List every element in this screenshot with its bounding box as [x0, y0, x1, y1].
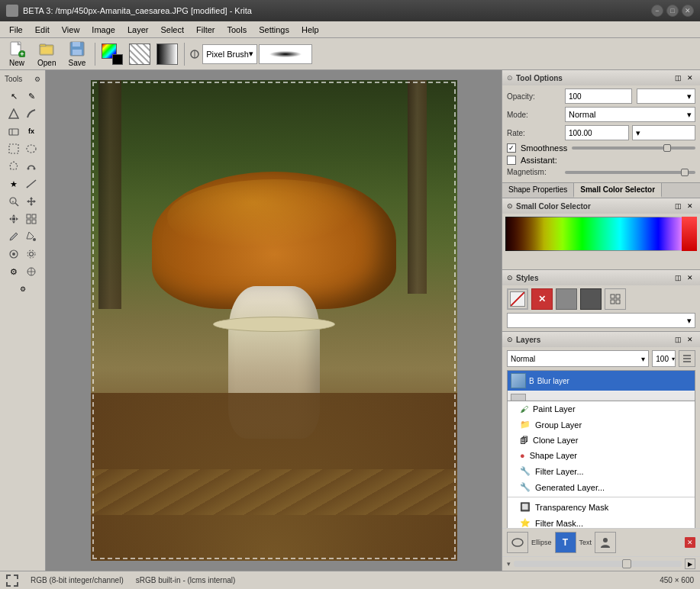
menu-layer[interactable]: Layer [121, 24, 155, 36]
open-button[interactable]: Open [32, 38, 61, 69]
pattern-button[interactable] [127, 41, 153, 67]
menu-settings[interactable]: Settings [253, 24, 295, 36]
opacity-dropdown[interactable]: ▾ [637, 89, 696, 104]
layer-type-trans-mask[interactable]: 🔲 Transparency Mask [508, 499, 695, 515]
tab-color-selector[interactable]: Small Color Selector [574, 183, 662, 198]
smoothness-slider[interactable] [572, 146, 695, 150]
style-dropdown[interactable]: ▾ [507, 313, 695, 328]
ellipse-select-btn[interactable] [23, 140, 40, 157]
layer-delete-btn[interactable]: ✕ [685, 537, 695, 548]
menu-file[interactable]: File [3, 24, 29, 36]
menu-image[interactable]: Image [85, 24, 121, 36]
save-button[interactable]: Save [63, 38, 91, 69]
layer-blur[interactable]: B Blur layer [508, 371, 695, 391]
layer-type-filter[interactable]: 🔧 Filter Layer... [508, 463, 695, 479]
script-layer-btn[interactable] [595, 532, 616, 553]
smoothness-checkbox[interactable] [507, 143, 516, 153]
paint-tool-btn[interactable]: ✎ [23, 88, 40, 105]
assistant-btn[interactable] [23, 263, 40, 280]
layers-pin[interactable]: ◫ [673, 334, 683, 345]
menu-view[interactable]: View [56, 24, 86, 36]
rect-select-btn[interactable] [5, 140, 22, 157]
color-button[interactable] [99, 41, 125, 67]
tool-options-pin-btn[interactable]: ◫ [673, 72, 683, 83]
magnetic-select-btn[interactable] [23, 158, 40, 175]
gear2-btn[interactable]: ⚙ [5, 263, 22, 280]
styles-close[interactable]: ✕ [685, 272, 695, 283]
layer-type-clone[interactable]: 🗐 Clone Layer [508, 433, 695, 448]
style-delete-btn[interactable]: ✕ [531, 288, 553, 310]
zoom-thumb[interactable] [622, 559, 631, 568]
shape-tool-btn[interactable] [5, 105, 22, 122]
layers-icon: ⊙ [507, 336, 513, 343]
patch-btn[interactable] [5, 246, 22, 262]
grid-btn[interactable] [23, 211, 40, 227]
blend-mode-dropdown[interactable]: Normal ▾ [507, 350, 649, 367]
menu-tools[interactable]: Tools [221, 24, 253, 36]
color-gradient-area[interactable] [505, 217, 697, 266]
new-button[interactable]: + New [3, 38, 31, 69]
style-grid-btn[interactable] [605, 288, 626, 310]
svg-line-20 [27, 186, 28, 188]
rate-dropdown[interactable]: ▾ [632, 125, 696, 140]
minimize-button[interactable]: − [651, 5, 663, 17]
close-button[interactable]: ✕ [682, 5, 694, 17]
select-tool-btn[interactable]: ↖ [5, 88, 22, 105]
layer-type-group[interactable]: 📁 Group Layer [508, 417, 695, 433]
window-controls[interactable]: − □ ✕ [651, 5, 694, 17]
menu-help[interactable]: Help [295, 24, 325, 36]
color-selector-close[interactable]: ✕ [685, 201, 695, 211]
measure-btn[interactable] [23, 175, 40, 192]
menu-select[interactable]: Select [154, 24, 190, 36]
move-btn[interactable] [5, 211, 22, 227]
star-btn[interactable]: ★ [5, 175, 22, 192]
opacity-input[interactable] [565, 89, 632, 104]
maximize-button[interactable]: □ [666, 5, 679, 17]
menu-edit[interactable]: Edit [29, 24, 56, 36]
tool-options-close-btn[interactable]: ✕ [685, 72, 695, 83]
magnetism-slider[interactable] [565, 171, 695, 174]
layers-menu-btn[interactable] [679, 350, 695, 367]
tools-settings-icon[interactable]: ⚙ [34, 76, 40, 83]
hue-gradient[interactable] [505, 217, 697, 251]
scroll-right-btn[interactable]: ▶ [685, 558, 695, 569]
layer-type-filter-mask[interactable]: ⭐ Filter Mask... [508, 515, 695, 528]
zoom-btn[interactable]: + [5, 193, 22, 210]
gradient-button[interactable] [154, 41, 180, 67]
magnetism-thumb[interactable] [681, 169, 689, 176]
brush-dropdown-label: Pixel Brush [206, 50, 249, 59]
color-selector-pin[interactable]: ◫ [673, 201, 683, 211]
smoothness-thumb[interactable] [663, 144, 671, 152]
brush-dropdown[interactable]: Pixel Brush ▾ [202, 44, 257, 64]
tool-options-header[interactable]: ⊙ Tool Options ◫ ✕ [502, 70, 700, 85]
pan-btn[interactable] [23, 193, 40, 210]
style-gray-btn[interactable] [556, 288, 577, 310]
fill-btn[interactable] [23, 228, 40, 245]
text-layer-btn[interactable]: T [555, 532, 576, 553]
add-layer-shape-btn[interactable] [507, 532, 528, 553]
styles-header[interactable]: ⊙ Styles ◫ ✕ [502, 270, 700, 285]
fx-btn[interactable]: fx [23, 123, 40, 140]
calligraphy-btn[interactable] [23, 105, 40, 122]
rate-input[interactable] [565, 125, 629, 140]
styles-pin[interactable]: ◫ [673, 272, 683, 283]
menu-filter[interactable]: Filter [190, 24, 221, 36]
style-dark-btn[interactable] [580, 288, 602, 310]
layer-type-generated[interactable]: 🔧 Generated Layer... [508, 479, 695, 495]
color-pick-btn[interactable] [5, 228, 22, 245]
layer-type-shape[interactable]: ● Shape Layer [508, 448, 695, 463]
zoom-slider[interactable] [514, 561, 682, 567]
color-selector-header[interactable]: ⊙ Small Color Selector ◫ ✕ [502, 198, 700, 214]
settings2-btn[interactable]: ⚙ [15, 281, 31, 298]
layers-close[interactable]: ✕ [685, 334, 695, 345]
freehand-select-btn[interactable] [5, 158, 22, 175]
layers-header[interactable]: ⊙ Layers ◫ ✕ [502, 332, 700, 347]
assistant-checkbox[interactable] [507, 156, 516, 165]
canvas-zoom-dropdown[interactable]: ▾ [507, 560, 511, 568]
mode-dropdown[interactable]: Normal ▾ [565, 107, 695, 122]
tab-shape-properties[interactable]: Shape Properties [502, 183, 574, 198]
layer-type-paint[interactable]: 🖌 Paint Layer [508, 401, 695, 417]
eraser-btn[interactable] [5, 123, 22, 140]
style-none-btn[interactable] [507, 288, 528, 310]
gear1-btn[interactable] [23, 246, 40, 262]
